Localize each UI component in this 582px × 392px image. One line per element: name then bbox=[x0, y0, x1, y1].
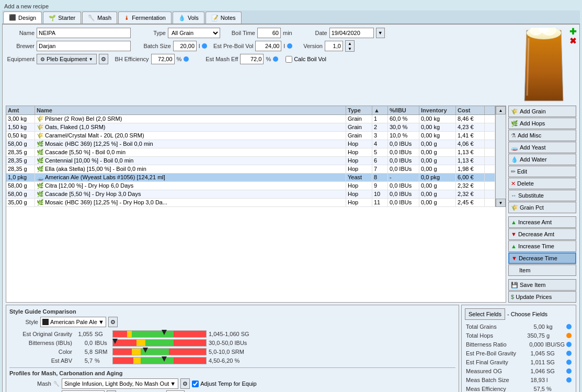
cell-amt: 58,00 g bbox=[6, 182, 35, 190]
calc-boil-vol-checkbox[interactable] bbox=[286, 56, 292, 63]
substitute-btn[interactable]: ↔ Substitute bbox=[508, 190, 576, 201]
field-name: Meas Batch Size bbox=[466, 377, 509, 383]
tab-notes[interactable]: 📝 Notes bbox=[206, 11, 242, 24]
tab-fermentation[interactable]: 🌡 Fermentation bbox=[118, 11, 172, 24]
table-row[interactable]: 35,00 g 🌿Mosaic (HBC 369) [12,25 %] - Dr… bbox=[6, 199, 495, 207]
update-prices-btn[interactable]: $ Update Prices bbox=[508, 291, 576, 303]
add-recipe-btn[interactable]: ✚ bbox=[569, 28, 576, 36]
decrease-time-btn[interactable]: ▼ Decrease Time bbox=[508, 252, 576, 264]
save-item-btn[interactable]: 💾 Save Item bbox=[508, 279, 576, 291]
cell-cost: 1,98 € bbox=[456, 165, 485, 173]
name-input[interactable] bbox=[37, 28, 131, 38]
style-settings-btn[interactable]: ⚙ bbox=[108, 317, 118, 327]
tab-vols-label: Vols bbox=[188, 15, 199, 21]
adjust-temp-checkbox[interactable] bbox=[192, 381, 199, 387]
cell-pct: 0,0 IBUs bbox=[388, 182, 419, 190]
cell-name: 🌾Caramel/Crystal Malt - 20L (20,0 SRM) bbox=[35, 132, 346, 140]
cell-inventory: 0,00 g bbox=[419, 140, 456, 148]
fermentation-icon: 🌡 bbox=[124, 15, 130, 21]
table-row[interactable]: 28,35 g 🌿Centennial [10,00 %] - Boil 0,0… bbox=[6, 157, 495, 165]
decrease-item-btn[interactable]: Item bbox=[508, 264, 576, 276]
add-misc-btn[interactable]: ⚗ Add Misc bbox=[508, 130, 576, 141]
cell-pct: 0,0 IBUs bbox=[388, 190, 419, 198]
mash-settings-btn[interactable]: ⚙ bbox=[180, 378, 190, 389]
table-row[interactable]: 0,50 kg 🌾Caramel/Crystal Malt - 20L (20,… bbox=[6, 132, 495, 140]
type-select[interactable]: All Grain bbox=[168, 28, 220, 38]
cell-type: Hop bbox=[346, 165, 372, 173]
tab-mash[interactable]: 🥄 Mash bbox=[82, 11, 117, 24]
field-name: Est Pre-Boil Gravity bbox=[466, 350, 516, 356]
date-picker-btn[interactable]: ▼ bbox=[376, 28, 385, 38]
est-mash-eff-unit: % bbox=[266, 56, 271, 62]
pre-boil-vol-input[interactable] bbox=[255, 41, 281, 51]
equipment-settings-btn[interactable]: ⚙ bbox=[99, 54, 108, 64]
field-value: 1,046 bbox=[519, 368, 545, 374]
style-guide-title: Style Guide Comparison bbox=[9, 308, 455, 315]
est-mash-eff-input[interactable] bbox=[240, 54, 264, 64]
table-row[interactable]: 28,35 g 🌿Ella (aka Stella) [15,00 %] - B… bbox=[6, 165, 495, 174]
add-grain-btn[interactable]: 🌾 Add Grain bbox=[508, 106, 576, 117]
cell-type: Yeast bbox=[346, 174, 372, 181]
calc-boil-vol-checkbox-row[interactable]: Calc Boil Vol bbox=[286, 56, 326, 63]
date-input[interactable] bbox=[329, 28, 374, 38]
brewer-input[interactable] bbox=[37, 41, 131, 51]
tab-design[interactable]: ⬛ Design bbox=[3, 11, 42, 24]
cell-num: 11 bbox=[372, 199, 388, 206]
substitute-icon: ↔ bbox=[511, 192, 517, 199]
version-up-btn[interactable]: ▲ bbox=[346, 41, 354, 46]
add-water-btn[interactable]: 💧 Add Water bbox=[508, 154, 576, 165]
equipment-btn[interactable]: ⚙ Pleb Equipment ▼ bbox=[37, 54, 97, 64]
remove-recipe-btn[interactable]: ✖ bbox=[569, 37, 576, 45]
add-hops-btn[interactable]: 🌿 Add Hops bbox=[508, 118, 576, 129]
increase-amt-btn[interactable]: ▲ Increase Amt bbox=[508, 216, 576, 228]
table-row[interactable]: 28,35 g 🌿Cascade [5,50 %] - Boil 0,0 min… bbox=[6, 148, 495, 157]
equipment-label: Equipment bbox=[6, 56, 35, 62]
notes-icon: 📝 bbox=[211, 15, 219, 21]
cell-cost: 4,23 € bbox=[456, 123, 485, 131]
field-value: 350,75 bbox=[519, 332, 545, 339]
bh-efficiency-unit: % bbox=[177, 56, 182, 62]
table-row[interactable]: 3,00 kg 🌾Pilsner (2 Row) Bel (2,0 SRM) G… bbox=[6, 115, 495, 123]
date-label: Date bbox=[299, 30, 327, 36]
cell-num: 2 bbox=[372, 123, 388, 131]
table-row[interactable]: 58,00 g 🌿Citra [12,00 %] - Dry Hop 6,0 D… bbox=[6, 182, 495, 190]
delete-btn[interactable]: ✕ Delete bbox=[508, 178, 576, 189]
sort-icon[interactable]: ▲ bbox=[374, 107, 380, 113]
field-row: Measured OG 1,046 SG bbox=[465, 367, 573, 375]
scroll-up-btn[interactable]: ▲ bbox=[496, 106, 506, 114]
tab-bar: ⬛ Design 🌱 Starter 🥄 Mash 🌡 Fermentation… bbox=[2, 10, 580, 24]
fields-container: Total Grains 5,00 kg Total Hops 350,75 g… bbox=[465, 323, 573, 392]
edit-btn[interactable]: ✏ Edit bbox=[508, 166, 576, 177]
batch-size-input[interactable] bbox=[173, 41, 197, 51]
table-row[interactable]: 58,00 g 🌿Mosaic (HBC 369) [12,25 %] - Bo… bbox=[6, 140, 495, 148]
mash-select-btn[interactable]: Single Infusion, Light Body, No Mash Out… bbox=[62, 378, 178, 389]
tab-vols[interactable]: 💧 Vols bbox=[173, 11, 204, 24]
version-label: Version bbox=[296, 43, 323, 49]
version-input[interactable] bbox=[325, 41, 343, 51]
style-select-btn[interactable]: American Pale Ale ▼ bbox=[50, 319, 104, 325]
boil-time-input[interactable] bbox=[257, 28, 281, 38]
grain-pct-btn[interactable]: 🌾 Grain Pct bbox=[508, 202, 576, 213]
tab-starter[interactable]: 🌱 Starter bbox=[43, 11, 81, 24]
metric-unit: SRM bbox=[95, 349, 110, 355]
increase-time-btn[interactable]: ▲ Increase Time bbox=[508, 240, 576, 252]
table-row[interactable]: 1,0 pkg 🧫American Ale (Wyeast Labs #1056… bbox=[6, 174, 495, 182]
cell-type: Grain bbox=[346, 132, 372, 140]
increase-amt-icon: ▲ bbox=[511, 219, 517, 225]
type-label: Type bbox=[137, 30, 166, 36]
metric-row: Est Original Gravity 1,055 SG 1,045-1,06… bbox=[9, 330, 455, 338]
right-actions-panel: 🌾 Add Grain 🌿 Add Hops ⚗ Add Misc 🧫 Add … bbox=[508, 106, 576, 303]
scroll-down-btn[interactable]: ▼ bbox=[496, 199, 506, 207]
version-stepper[interactable]: ▲ ▼ bbox=[345, 40, 355, 52]
field-name: Meas Efficiency bbox=[466, 386, 506, 392]
adjust-temp-row[interactable]: Adjust Temp for Equip bbox=[192, 381, 256, 387]
add-yeast-btn[interactable]: 🧫 Add Yeast bbox=[508, 142, 576, 153]
metric-unit: IBUs bbox=[95, 340, 110, 346]
version-down-btn[interactable]: ▼ bbox=[346, 46, 354, 51]
table-row[interactable]: 1,50 kg 🌾Oats, Flaked (1,0 SRM) Grain 2 … bbox=[6, 123, 495, 132]
table-row[interactable]: 58,00 g 🌿Cascade [5,50 %] - Dry Hop 3,0 … bbox=[6, 190, 495, 199]
select-fields-btn[interactable]: Select Fields bbox=[465, 308, 505, 320]
decrease-amt-btn[interactable]: ▼ Decrease Amt bbox=[508, 228, 576, 240]
bh-efficiency-input[interactable] bbox=[151, 54, 175, 64]
table-scrollbar[interactable]: ▲ ▼ bbox=[495, 106, 506, 207]
